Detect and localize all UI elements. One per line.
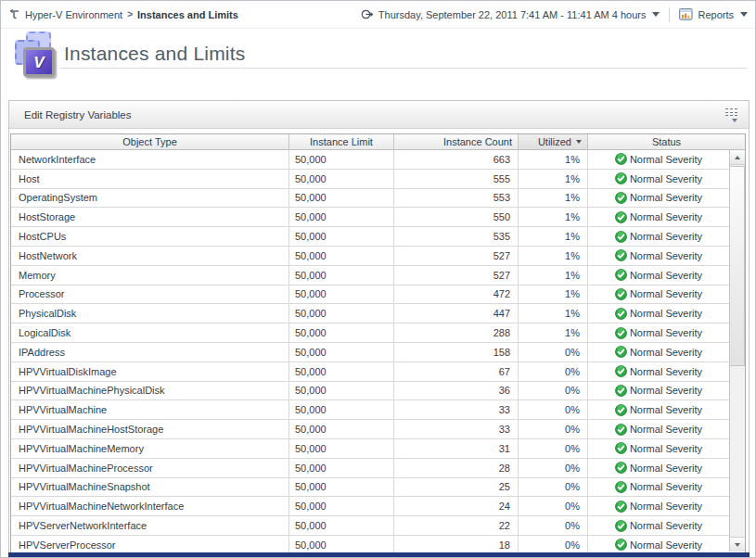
instance-limit-cell: 50,000 [289,343,394,361]
table-row[interactable]: PhysicalDisk 50,000 447 1% Normal Severi… [11,304,729,323]
table-row[interactable]: HPVVirtualMachineMemory 50,000 31 0% Nor… [11,439,729,459]
object-type-cell: PhysicalDisk [11,304,289,323]
normal-severity-icon [615,385,627,397]
table-row[interactable]: OperatingSystem 50,000 553 1% Normal Sev… [11,189,729,209]
table-row[interactable]: HPVServerNetworkInterface 50,000 22 0% N… [11,516,729,536]
status-cell: Normal Severity [588,150,729,169]
table-row[interactable]: LogicalDisk 50,000 288 1% Normal Severit… [11,323,729,343]
sort-descending-icon [576,140,582,144]
instance-count-cell: 24 [394,497,519,515]
instance-count-cell: 663 [394,150,519,169]
table-body: NetworkInterface 50,000 663 1% Normal Se… [11,150,729,556]
table-row[interactable]: HPVVirtualDiskImage 50,000 67 0% Normal … [11,362,729,382]
instance-limit-cell: 50,000 [289,189,394,208]
status-cell: Normal Severity [588,247,729,265]
utilized-cell: 1% [519,304,588,323]
instance-limit-cell: 50,000 [289,400,394,419]
normal-severity-icon [615,153,627,165]
scroll-down-button[interactable] [730,537,745,552]
breadcrumb-parent[interactable]: Hyper-V Environment [25,9,122,20]
breadcrumb-separator: > [127,9,133,19]
object-type-cell: HostCPUs [11,227,289,246]
table-row[interactable]: HPVVirtualMachineHostStorage 50,000 33 0… [11,420,729,439]
time-range-selector[interactable]: Thursday, September 22, 2011 7:41 AM - 1… [378,9,647,20]
object-type-cell: Memory [11,266,289,285]
status-cell: Normal Severity [588,400,729,419]
utilized-cell: 1% [519,266,588,285]
panel-customizer-icon[interactable] [725,107,737,121]
table-row[interactable]: HPVVirtualMachineNetworkInterface 50,000… [11,497,729,516]
object-type-cell: HPVServerNetworkInterface [11,516,289,535]
column-header-instance-limit[interactable]: Instance Limit [289,134,394,150]
normal-severity-icon [615,424,627,436]
object-type-cell: OperatingSystem [11,189,289,208]
instance-count-cell: 31 [394,439,519,458]
column-header-instance-count[interactable]: Instance Count [394,134,519,150]
status-cell: Normal Severity [588,420,729,438]
normal-severity-icon [615,288,627,300]
object-type-cell: HPVVirtualMachineSnapshot [11,478,289,497]
status-cell: Normal Severity [588,497,729,515]
instance-count-cell: 550 [394,208,519,226]
normal-severity-icon [615,231,627,243]
table-row[interactable]: HPVVirtualMachine 50,000 33 0% Normal Se… [11,400,729,420]
status-cell: Normal Severity [588,227,729,246]
table-row[interactable]: HostStorage 50,000 550 1% Normal Severit… [11,208,729,227]
column-header-utilized[interactable]: Utilized [519,134,588,150]
reports-menu[interactable]: Reports [698,9,734,20]
reports-caret-icon[interactable] [740,12,748,17]
normal-severity-icon [615,501,627,513]
instance-count-cell: 535 [394,227,519,246]
title-divider [60,68,747,69]
utilized-cell: 0% [519,459,588,477]
normal-severity-icon [615,327,627,339]
vertical-scrollbar[interactable] [729,150,745,552]
status-cell: Normal Severity [588,189,729,208]
object-type-cell: HostStorage [11,208,289,226]
normal-severity-icon [615,462,627,474]
normal-severity-icon [615,481,627,493]
table-row[interactable]: HPVVirtualMachineSnapshot 50,000 25 0% N… [11,478,729,498]
normal-severity-icon [615,404,627,416]
utilized-cell: 0% [519,439,588,458]
status-cell: Normal Severity [588,285,729,304]
normal-severity-icon [615,172,627,184]
time-range-caret-icon[interactable] [652,12,660,17]
top-bar: Hyper-V Environment > Instances and Limi… [1,1,755,29]
table-row[interactable]: HPVVirtualMachineProcessor 50,000 28 0% … [11,459,729,478]
utilized-cell: 0% [519,400,588,419]
normal-severity-icon [615,365,627,377]
table-row[interactable]: NetworkInterface 50,000 663 1% Normal Se… [11,150,729,170]
instance-count-cell: 28 [394,459,519,477]
instances-table: Object Type Instance Limit Instance Coun… [10,133,746,557]
panel-bottom-edge [8,552,750,557]
instance-count-cell: 527 [394,247,519,265]
table-row[interactable]: HostCPUs 50,000 535 1% Normal Severity [11,227,729,247]
status-cell: Normal Severity [588,170,729,188]
status-cell: Normal Severity [588,266,729,285]
status-cell: Normal Severity [588,478,729,497]
table-row[interactable]: IPAddress 50,000 158 0% Normal Severity [11,343,729,362]
instance-limit-cell: 50,000 [289,285,394,304]
table-row[interactable]: Processor 50,000 472 1% Normal Severity [11,285,729,305]
instance-limit-cell: 50,000 [289,304,394,323]
table-row[interactable]: Memory 50,000 527 1% Normal Severity [11,266,729,285]
normal-severity-icon [615,249,627,261]
table-row[interactable]: Host 50,000 555 1% Normal Severity [11,170,729,189]
instance-count-cell: 25 [394,478,519,497]
column-header-status[interactable]: Status [588,134,745,150]
object-type-cell: IPAddress [11,343,289,361]
up-level-icon[interactable] [8,8,20,20]
table-row[interactable]: HPVVirtualMachinePhysicalDisk 50,000 36 … [11,382,729,401]
column-header-object-type[interactable]: Object Type [11,134,289,150]
instance-count-cell: 67 [394,362,519,381]
normal-severity-icon [615,211,627,223]
table-header-row: Object Type Instance Limit Instance Coun… [11,134,745,150]
utilized-cell: 0% [519,420,588,438]
table-row[interactable]: HostNetwork 50,000 527 1% Normal Severit… [11,247,729,266]
utilized-cell: 0% [519,536,588,554]
page-title: Instances and Limits [64,43,245,65]
scrollbar-thumb[interactable] [730,166,745,366]
dashboard-icon: V [10,32,58,80]
scroll-up-button[interactable] [730,150,745,165]
